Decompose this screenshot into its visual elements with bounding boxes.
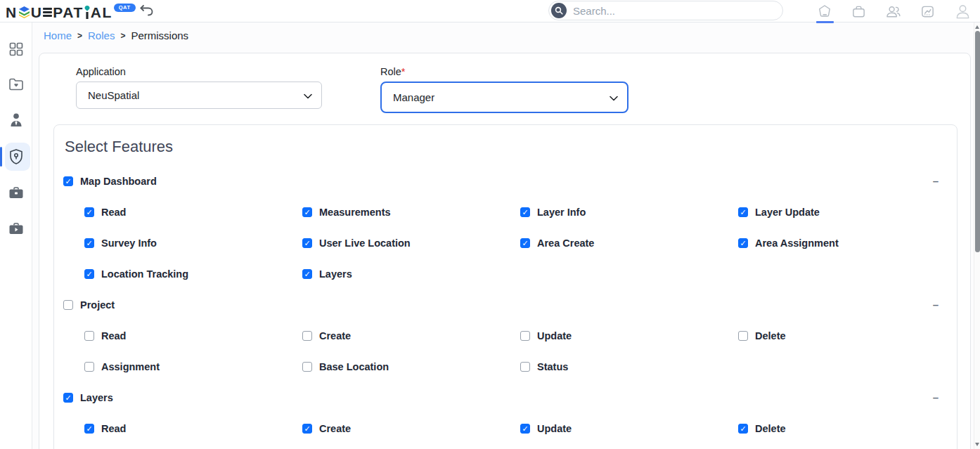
permission-checkbox[interactable] xyxy=(302,269,312,279)
logo-letter-n: N xyxy=(6,5,18,20)
permission-label: Delete xyxy=(755,330,786,341)
sidebar-item-projects-folder[interactable] xyxy=(0,70,32,98)
logo-letters-pat: PAT xyxy=(53,5,83,20)
global-search[interactable] xyxy=(548,1,783,20)
permission-label: Read xyxy=(101,423,126,434)
avatar-icon[interactable] xyxy=(954,3,972,20)
permission-checkbox[interactable] xyxy=(520,424,530,434)
logo-s-bars-icon xyxy=(43,7,52,18)
permission-item: Create xyxy=(302,320,520,351)
top-header: N U PAT xyxy=(0,0,980,22)
chevron-down-icon xyxy=(610,91,618,104)
feature-groups: Map Dashboard – Read Measurements Layer … xyxy=(54,166,957,449)
scrollbar-thumb[interactable] xyxy=(975,31,980,252)
feature-group-checkbox[interactable] xyxy=(63,300,73,310)
layers-globe-icon xyxy=(18,6,30,18)
permission-item: Layers xyxy=(302,259,520,289)
permission-label: Location Tracking xyxy=(101,268,188,280)
permission-checkbox[interactable] xyxy=(520,207,530,217)
feature-group: Project – Read Create Update Delete Assi… xyxy=(54,289,957,382)
undo-back-arrow-icon[interactable] xyxy=(140,4,153,19)
role-label: Role* xyxy=(380,66,628,77)
permission-label: Status xyxy=(537,361,568,372)
permission-label: Create xyxy=(319,330,351,341)
permission-item: Create xyxy=(302,413,520,444)
permission-checkbox[interactable] xyxy=(84,424,94,434)
qat-environment-badge: QAT xyxy=(114,4,136,12)
permission-checkbox[interactable] xyxy=(738,238,748,248)
permission-checkbox[interactable] xyxy=(302,331,312,341)
permission-label: Layers xyxy=(319,268,352,280)
permission-label: Layer Update xyxy=(755,207,820,218)
feature-group-label: Project xyxy=(80,299,115,311)
permission-item: Read xyxy=(84,320,302,351)
permission-item: Status xyxy=(520,351,738,382)
logo[interactable]: N U PAT xyxy=(6,3,153,20)
permission-checkbox[interactable] xyxy=(738,207,748,217)
breadcrumb-permissions: Permissions xyxy=(131,30,188,41)
feature-group-checkbox[interactable] xyxy=(63,393,73,403)
permission-label: Update xyxy=(537,423,572,434)
scrollbar-down-arrow[interactable] xyxy=(975,443,979,446)
permission-item: Export xyxy=(84,444,302,449)
page-scrollbar[interactable] xyxy=(974,22,980,449)
sidebar-item-permissions[interactable] xyxy=(0,143,32,171)
pentagon-home-icon[interactable] xyxy=(818,4,832,19)
sidebar-item-dashboard[interactable] xyxy=(0,35,32,63)
permission-checkbox[interactable] xyxy=(84,331,94,341)
chevron-down-icon xyxy=(304,89,312,102)
search-icon[interactable] xyxy=(551,3,567,18)
permission-checkbox[interactable] xyxy=(738,331,748,341)
users-icon[interactable] xyxy=(885,4,901,19)
sidebar-item-media[interactable] xyxy=(0,214,32,242)
permission-label: Read xyxy=(101,207,126,218)
permission-checkbox[interactable] xyxy=(520,331,530,341)
left-sidebar xyxy=(0,22,32,449)
feature-group-checkbox[interactable] xyxy=(63,176,73,186)
permission-item: Measurements xyxy=(302,197,520,228)
permission-label: Assignment xyxy=(101,361,160,372)
sidebar-active-bar xyxy=(0,147,2,167)
select-features-card: Select Features Map Dashboard – Read Mea… xyxy=(53,124,958,449)
permission-item: Survey Info xyxy=(84,228,302,259)
sidebar-item-users[interactable] xyxy=(0,106,32,134)
briefcase-icon[interactable] xyxy=(851,4,866,19)
scrollbar-up-arrow[interactable] xyxy=(975,25,979,29)
permission-item: Area Create xyxy=(520,228,738,259)
permission-checkbox[interactable] xyxy=(520,238,530,248)
permission-item: Update xyxy=(520,320,738,351)
feature-group-header: Project – xyxy=(54,289,957,320)
permission-checkbox[interactable] xyxy=(302,362,312,372)
application-select[interactable]: NeuSpatial xyxy=(76,82,322,109)
analytics-icon[interactable] xyxy=(920,4,935,19)
permission-checkbox[interactable] xyxy=(520,362,530,372)
permission-label: Read xyxy=(101,330,126,341)
feature-group-header: Layers – xyxy=(54,382,957,413)
permission-item: Delete xyxy=(738,413,956,444)
permission-checkbox[interactable] xyxy=(302,424,312,434)
logo-letters-al: AL xyxy=(91,5,112,20)
permission-checkbox[interactable] xyxy=(84,238,94,248)
application-field: Application NeuSpatial xyxy=(76,66,322,109)
breadcrumb-roles[interactable]: Roles xyxy=(88,30,115,41)
permission-item: Read xyxy=(84,413,302,444)
permission-checkbox[interactable] xyxy=(302,238,312,248)
role-select[interactable]: Manager xyxy=(380,82,628,113)
permission-item: Location Tracking xyxy=(84,259,302,289)
breadcrumb-separator: > xyxy=(120,31,125,41)
sidebar-item-work[interactable] xyxy=(0,178,32,207)
permission-checkbox[interactable] xyxy=(738,424,748,434)
search-input[interactable] xyxy=(567,5,782,17)
feature-group-header: Map Dashboard – xyxy=(54,166,957,197)
permission-item: Layer Update xyxy=(738,197,956,228)
permission-item: Layer Info xyxy=(520,197,738,228)
permission-label: Create xyxy=(319,423,351,434)
permission-checkbox[interactable] xyxy=(84,269,94,279)
permission-checkbox[interactable] xyxy=(302,207,312,217)
permission-checkbox[interactable] xyxy=(84,362,94,372)
breadcrumb-home[interactable]: Home xyxy=(44,30,72,41)
permission-checkbox[interactable] xyxy=(84,207,94,217)
logo-wordmark: N U PAT xyxy=(6,3,112,20)
permission-label: Area Create xyxy=(537,237,594,249)
feature-group: Map Dashboard – Read Measurements Layer … xyxy=(54,166,957,289)
